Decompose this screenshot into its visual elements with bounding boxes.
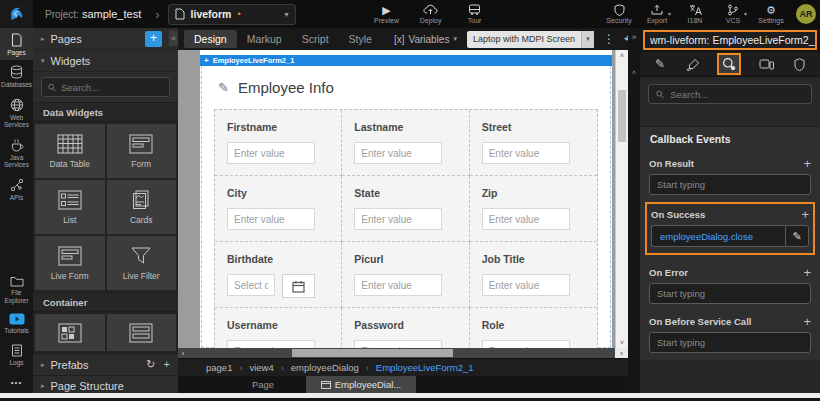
i18n-button[interactable]: I18N	[676, 4, 714, 24]
horizontal-scrollbar[interactable]: ‹	[178, 348, 615, 358]
user-avatar[interactable]: AR	[796, 4, 816, 24]
widget-cards[interactable]: Cards	[107, 180, 177, 234]
settings-button[interactable]: ⚙ Settings	[752, 4, 790, 24]
vertical-scrollbar[interactable]: ˄ ˅	[615, 50, 628, 348]
chevron-down-icon: ▾	[453, 35, 457, 43]
breadcrumb-employeeliveform[interactable]: EmployeeLiveForm2_1	[376, 362, 474, 373]
scroll-up-icon[interactable]: ˄	[632, 68, 637, 77]
export-button[interactable]: ▾ Export	[638, 4, 676, 24]
scroll-left-icon[interactable]: ‹	[178, 348, 188, 358]
add-page-button[interactable]: +	[145, 31, 162, 47]
add-on-before-service-call-icon[interactable]: +	[803, 314, 811, 329]
run-actions: ▶ Preview Deploy Tour	[368, 4, 494, 24]
role-input[interactable]	[482, 340, 570, 348]
username-input[interactable]	[227, 340, 315, 348]
rail-item-java-services[interactable]: Java Services	[0, 133, 33, 173]
container-header: Container	[33, 292, 178, 312]
page-selector[interactable]: liveform • ▾	[168, 4, 296, 25]
tab-properties[interactable]: ✎	[652, 55, 668, 73]
vcs-button[interactable]: ▾ VCS	[714, 4, 752, 24]
security-button[interactable]: Security	[600, 4, 638, 24]
widget-list[interactable]: List	[35, 180, 105, 234]
zip-input[interactable]	[482, 208, 570, 230]
app-logo[interactable]	[0, 0, 33, 28]
rail-item-databases[interactable]: Databases	[0, 60, 33, 92]
project-label: Project:sample_test	[45, 8, 141, 20]
rail-item-logs[interactable]: Logs	[0, 339, 33, 370]
data-table-icon	[57, 134, 83, 154]
tab-events[interactable]	[717, 53, 741, 75]
data-widgets-header: Data Widgets	[33, 102, 178, 122]
widget-live-filter[interactable]: Live Filter	[107, 236, 177, 290]
tab-page[interactable]: Page	[220, 376, 306, 393]
lastname-input[interactable]	[354, 142, 442, 164]
form-fields-grid: Firstname Lastname Street City	[214, 109, 598, 348]
widget-search-input[interactable]	[61, 82, 163, 93]
add-on-error-icon[interactable]: +	[803, 265, 811, 280]
rail-item-file-explorer[interactable]: File Explorer	[0, 270, 33, 308]
city-input[interactable]	[227, 208, 315, 230]
breadcrumb-page1[interactable]: page1	[206, 362, 232, 373]
prefabs-section-header[interactable]: ▸ Prefabs ↻ +	[33, 353, 178, 375]
more-options-icon[interactable]: ⋮	[603, 33, 615, 45]
tab-style[interactable]: Style	[339, 30, 382, 48]
preview-button[interactable]: ▶ Preview	[368, 4, 406, 24]
horizontal-scroll-thumb[interactable]	[292, 349, 454, 357]
calendar-button[interactable]	[282, 274, 315, 298]
state-input[interactable]	[354, 208, 442, 230]
tab-design[interactable]: Design	[184, 30, 237, 48]
pages-section-header[interactable]: ▸ Pages + «	[33, 28, 178, 50]
widget-form[interactable]: Form	[107, 124, 177, 178]
widget-grid-layout[interactable]	[35, 314, 105, 351]
on-success-value[interactable]: employeeDialog.close	[651, 225, 785, 247]
vertical-scroll-thumb[interactable]	[618, 90, 626, 142]
rail-item-pages[interactable]: Pages	[0, 28, 33, 60]
edit-on-success-button[interactable]: ✎	[785, 225, 809, 247]
properties-search-input[interactable]	[670, 89, 804, 100]
widgets-section-header[interactable]: ▾ Widgets	[33, 50, 178, 72]
widget-layout[interactable]	[107, 314, 177, 351]
collapse-right-icon[interactable]: »	[631, 32, 636, 42]
scroll-down-icon[interactable]: ˅	[616, 339, 628, 346]
rail-item-web-services[interactable]: Web Services	[0, 93, 33, 133]
liveform-widget[interactable]: ✎ Employee Info Firstname Lastname	[201, 66, 611, 348]
tab-script[interactable]: Script	[292, 30, 339, 48]
pages-icon	[10, 33, 23, 47]
rail-item-apis[interactable]: APIs	[0, 173, 33, 205]
selected-widget-bar[interactable]: + EmployeeLiveForm2_1	[200, 55, 612, 66]
tab-markup[interactable]: Markup	[237, 30, 292, 48]
widget-data-table[interactable]: Data Table	[35, 124, 105, 178]
breadcrumb-employeedialog[interactable]: employeeDialog	[291, 362, 359, 373]
add-on-result-icon[interactable]: +	[803, 156, 811, 171]
street-input[interactable]	[482, 142, 570, 164]
deploy-button[interactable]: Deploy	[412, 4, 450, 24]
widget-live-form[interactable]: Live Form	[35, 236, 105, 290]
collapse-panel-icon[interactable]: «	[169, 31, 178, 46]
on-result-input[interactable]	[649, 174, 811, 195]
tab-security[interactable]	[791, 56, 808, 73]
page-structure-header[interactable]: ▸ Page Structure	[33, 375, 178, 393]
add-on-success-icon[interactable]: +	[801, 207, 809, 222]
on-error-input[interactable]	[649, 283, 811, 304]
tab-devices[interactable]	[756, 56, 777, 72]
device-selector[interactable]: Laptop with MDPI Screen ▾	[467, 31, 594, 48]
firstname-input[interactable]	[227, 142, 315, 164]
picurl-input[interactable]	[354, 274, 442, 296]
tab-employee-dialog[interactable]: EmployeeDial...	[306, 376, 416, 393]
add-prefab-icon[interactable]: +	[164, 358, 170, 371]
canvas-page[interactable]: + EmployeeLiveForm2_1 ✎ Employee Info Fi…	[200, 50, 612, 348]
refresh-icon[interactable]: ↻	[146, 358, 155, 371]
tour-button[interactable]: Tour	[456, 4, 494, 24]
breadcrumb-view4[interactable]: view4	[249, 362, 273, 373]
on-before-service-call-input[interactable]	[649, 332, 811, 353]
rail-overflow-button[interactable]: •••	[0, 370, 33, 393]
scroll-right-icon[interactable]: ›	[615, 348, 628, 358]
password-input[interactable]	[354, 340, 442, 348]
scroll-up-icon[interactable]: ˄	[616, 52, 628, 59]
birthdate-input[interactable]	[227, 274, 275, 296]
chevron-right-icon: ›	[239, 363, 242, 373]
tab-styles[interactable]	[683, 56, 703, 73]
jobtitle-input[interactable]	[482, 274, 570, 296]
variables-button[interactable]: [x] Variables ▾	[394, 34, 457, 45]
rail-item-tutorials[interactable]: Tutorials	[0, 308, 33, 338]
